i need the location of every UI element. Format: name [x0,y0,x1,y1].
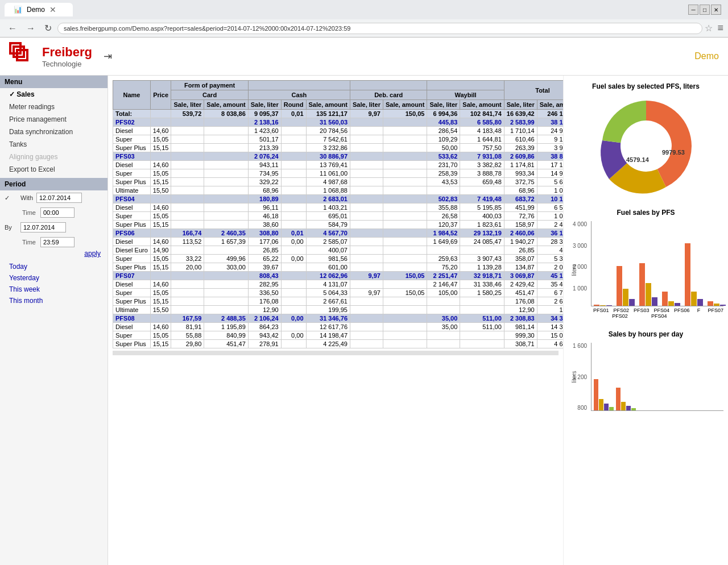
horizontal-scrollbar[interactable] [113,351,559,355]
bar-pfs06-superplus [697,299,703,306]
sidebar-item-sales[interactable]: Sales [0,88,107,101]
table-cell: 34 346,11 [537,314,563,323]
by-date-input[interactable] [20,222,66,232]
table-cell: 14,60 [150,203,171,212]
bar-pfs03-diesel [639,263,645,306]
bar1-wrapper: liters 4 000 3 000 2 000 1 000 [568,221,723,319]
table-cell [460,306,504,314]
table-cell [171,127,204,135]
table-cell [281,306,306,314]
table-cell: 3 990,36 [537,144,563,152]
table-cell [350,221,383,229]
bar-group-pfs04 [662,292,680,306]
sidebar-item-data-sync[interactable]: Data synchronization [0,126,107,138]
sidebar-item-export-excel[interactable]: Export to Excel [0,163,107,176]
table-cell: 695,01 [306,212,350,221]
table-cell: 32 918,71 [460,272,504,280]
today-link[interactable]: Today [0,261,107,272]
table-cell: 3 888,78 [460,169,504,178]
table-cell: 14 198,47 [306,331,350,340]
table-cell [350,340,383,348]
close-button[interactable]: ✕ [711,5,721,15]
table-cell [350,152,383,161]
table-cell: 2 429,42 [504,280,537,289]
url-input[interactable] [57,23,702,34]
table-cell: 150,05 [383,289,427,297]
table-cell: 5 388,95 [537,255,563,263]
table-cell: PFS04 [113,195,151,203]
table-cell: 0,00 [281,238,306,246]
table-cell: 1 068,88 [537,186,563,195]
table-cell [281,289,306,297]
table-cell: 105,00 [427,289,460,297]
table-cell [204,144,248,152]
table-cell: 6 994,36 [427,110,460,118]
browser-tab[interactable]: 📊 Demo ✕ [5,3,73,16]
table-cell: 166,74 [171,229,204,238]
bar2-chart-title: Sales by hours per day [568,330,723,338]
table-cell [281,340,306,348]
table-cell [204,306,248,314]
bar-pfs04-diesel [662,292,668,306]
refresh-button[interactable]: ↻ [41,22,55,35]
nav-icon[interactable]: ⇥ [104,50,112,63]
this-week-link[interactable]: This week [0,284,107,295]
this-month-link[interactable]: This month [0,295,107,306]
table-cell: 451,47 [204,340,248,348]
with-date-input[interactable] [36,193,82,203]
table-cell [350,127,383,135]
bar1-x-labels2: PFS02 PFS04 [591,313,723,319]
table-cell: 134,87 [504,263,537,272]
by-time-input[interactable] [40,237,75,247]
table-cell: 158,97 [504,221,537,229]
table-cell: 308,80 [248,229,281,238]
table-cell: 308,71 [504,340,537,348]
forward-button[interactable]: → [23,22,39,35]
table-cell [150,314,171,323]
bar-pfs04-super [668,301,674,306]
bar-pfs06-super [691,292,697,306]
table-cell: 511,00 [460,323,504,331]
table-cell: 199,95 [537,306,563,314]
table-cell: 329,22 [248,178,281,186]
table-cell: 135 121,17 [306,110,350,118]
bookmark-icon[interactable]: ☆ [705,23,713,34]
table-cell: Super Plus [113,221,151,229]
menu-icon[interactable]: ≡ [717,22,723,34]
table-cell: 36 160,24 [537,229,563,238]
table-cell [350,306,383,314]
sidebar-item-price-management[interactable]: Price management [0,113,107,126]
table-cell [383,340,427,348]
back-button[interactable]: ← [5,22,20,35]
table-cell [383,331,427,340]
table-cell: 15,05 [150,169,171,178]
table-cell: 1 940,27 [504,238,537,246]
sidebar-item-meter-readings[interactable]: Meter readings [0,101,107,113]
tab-close-button[interactable]: ✕ [49,5,56,14]
yesterday-link[interactable]: Yesterday [0,272,107,284]
with-time-input[interactable] [40,207,75,218]
table-cell [383,169,427,178]
apply-button[interactable]: apply [0,250,107,257]
table-cell: 451,47 [504,289,537,297]
bar2-g2-super [621,402,626,410]
table-cell: Diesel [113,323,151,331]
table-cell: 150,05 [383,110,427,118]
bar2-g1-superplus [604,404,609,410]
maximize-button[interactable]: □ [700,5,710,15]
table-cell [350,195,383,203]
table-cell: 15 039,47 [537,331,563,340]
table-cell: Super Plus [113,263,151,272]
minimize-button[interactable]: ─ [688,5,698,15]
table-cell: 1 195,89 [204,323,248,331]
table-cell [171,289,204,297]
table-cell [350,212,383,221]
table-cell [281,195,306,203]
table-cell [350,255,383,263]
table-cell: 1 174,81 [504,161,537,169]
table-cell: 1 139,28 [460,263,504,272]
sidebar-item-tanks[interactable]: Tanks [0,138,107,151]
table-cell: 15,50 [150,306,171,314]
table-cell [204,152,248,161]
table-cell [383,238,427,246]
